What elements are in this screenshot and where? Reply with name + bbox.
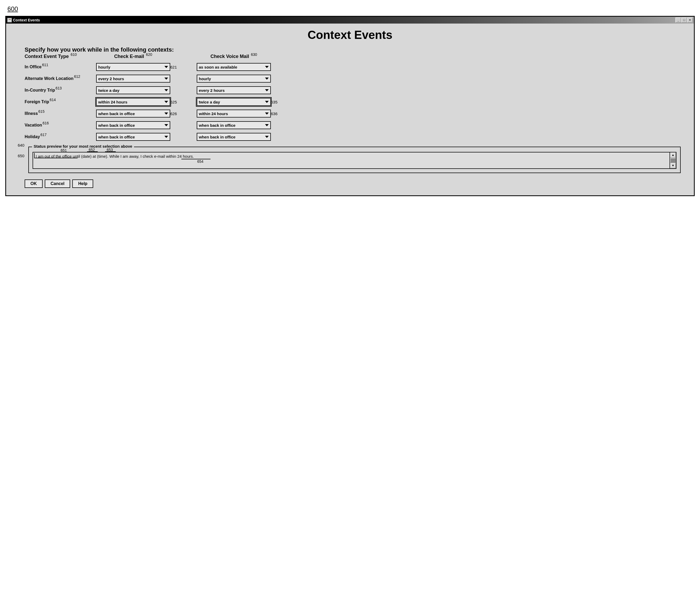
minimize-button[interactable]: _	[675, 17, 681, 23]
scroll-thumb[interactable]	[670, 158, 676, 163]
row-label: Foreign Trip614	[25, 100, 96, 104]
email-dropdown-value: when back in office	[98, 112, 135, 116]
voice-dropdown[interactable]: hourly	[197, 75, 271, 82]
row-label: Illness615	[25, 111, 96, 116]
row-ref: 613	[56, 86, 62, 90]
email-dropdown-value: hourly	[98, 65, 111, 69]
line-654	[181, 159, 210, 159]
voice-dropdown-value: within 24 hours	[199, 112, 228, 116]
preview-scrollbar[interactable]: ▲ ▼	[670, 153, 676, 168]
voice-ref: 636	[271, 112, 287, 116]
row-label: Holiday617	[25, 134, 96, 139]
row-label-text: In-Country Trip	[25, 88, 55, 92]
ok-button[interactable]: OK	[25, 180, 43, 188]
row-ref: 615	[38, 109, 44, 114]
chevron-down-icon	[265, 66, 269, 68]
chevron-down-icon	[165, 78, 168, 80]
app-window: Context Events _ □ × Context Events Spec…	[5, 16, 695, 196]
row-label-text: Vacation	[25, 123, 42, 127]
email-dropdown[interactable]: hourly	[96, 63, 170, 71]
email-ref: 625	[170, 100, 197, 104]
ref-620: 620	[146, 52, 152, 57]
email-dropdown[interactable]: twice a day	[96, 86, 170, 94]
cancel-button[interactable]: Cancel	[45, 180, 70, 188]
voice-dropdown[interactable]: within 24 hours	[197, 109, 271, 118]
email-dropdown-value: twice a day	[98, 88, 119, 93]
email-ref: 626	[170, 112, 197, 116]
ref-651: 651	[61, 148, 67, 153]
window-controls: _ □ ×	[675, 17, 693, 23]
ref-652: 652	[89, 148, 95, 152]
help-button[interactable]: Help	[72, 180, 93, 188]
voice-dropdown-value: twice a day	[199, 100, 220, 104]
row-ref: 614	[50, 98, 56, 102]
window-title: Context Events	[13, 18, 40, 22]
chevron-down-icon	[265, 89, 269, 91]
col-header-context-label: Context Event Type	[25, 54, 69, 59]
context-grid: Context Event Type 610 Check E-mail 620 …	[25, 54, 683, 141]
preview-box: 651 652 653 654 I am out of the office u…	[33, 152, 676, 169]
figure-number: 600	[8, 5, 695, 13]
ref-654: 654	[197, 159, 203, 164]
ref-610: 610	[71, 52, 77, 57]
email-dropdown-value: when back in office	[98, 123, 135, 128]
close-button[interactable]: ×	[687, 17, 693, 23]
chevron-down-icon	[265, 124, 269, 126]
col-header-email-label: Check E-mail	[114, 54, 144, 59]
row-ref: 612	[74, 74, 80, 79]
email-dropdown[interactable]: within 24 hours	[96, 98, 170, 106]
instruction-text: Specify how you work while in the follow…	[25, 46, 683, 53]
email-dropdown[interactable]: when back in office	[96, 121, 170, 129]
row-label-text: Foreign Trip	[25, 100, 49, 104]
row-label: Vacation616	[25, 123, 96, 128]
row-label-text: In Office	[25, 65, 41, 69]
col-header-voice-label: Check Voice Mail	[210, 54, 249, 59]
maximize-button[interactable]: □	[681, 17, 687, 23]
row-label: In-Country Trip613	[25, 88, 96, 93]
row-ref: 616	[43, 121, 49, 125]
email-dropdown[interactable]: every 2 hours	[96, 75, 170, 82]
row-label: In Office611	[25, 65, 96, 69]
chevron-down-icon	[165, 89, 168, 91]
voice-dropdown[interactable]: when back in office	[197, 121, 271, 129]
col-header-context: Context Event Type 610	[25, 54, 96, 59]
dialog-buttons: OK Cancel Help	[25, 180, 683, 188]
row-ref: 611	[42, 63, 48, 67]
ref-653: 653	[107, 148, 113, 152]
scroll-up-button[interactable]: ▲	[670, 153, 676, 158]
voice-dropdown[interactable]: every 2 hours	[197, 86, 271, 94]
scroll-down-button[interactable]: ▼	[670, 163, 676, 168]
bracket-651	[34, 153, 78, 158]
preview-fieldset: Status preview for your most recent sele…	[28, 147, 681, 173]
voice-dropdown-value: as soon as available	[199, 65, 237, 69]
chevron-down-icon	[265, 101, 269, 103]
voice-dropdown[interactable]: twice a day	[197, 98, 271, 106]
chevron-down-icon	[265, 113, 269, 115]
voice-dropdown[interactable]: as soon as available	[197, 63, 271, 71]
email-dropdown-value: within 24 hours	[98, 100, 127, 104]
voice-dropdown[interactable]: when back in office	[197, 133, 271, 141]
chevron-down-icon	[165, 124, 168, 126]
voice-dropdown-value: when back in office	[199, 135, 235, 139]
ref-630: 630	[251, 52, 257, 57]
ref-650: 650	[18, 154, 24, 158]
email-dropdown[interactable]: when back in office	[96, 133, 170, 141]
chevron-down-icon	[265, 136, 269, 138]
row-label-text: Holiday	[25, 134, 40, 139]
ref-640: 640	[18, 143, 24, 147]
voice-dropdown-value: when back in office	[199, 123, 235, 128]
titlebar: Context Events _ □ ×	[6, 17, 694, 24]
email-dropdown[interactable]: when back in office	[96, 109, 170, 118]
row-label-text: Illness	[25, 111, 38, 116]
email-dropdown-value: every 2 hours	[98, 77, 124, 81]
row-label: Alternate Work Location612	[25, 76, 96, 81]
voice-ref: 635	[271, 100, 287, 104]
row-label-text: Alternate Work Location	[25, 76, 74, 81]
chevron-down-icon	[165, 136, 168, 138]
voice-dropdown-value: hourly	[199, 77, 211, 81]
preview-legend: Status preview for your most recent sele…	[32, 144, 134, 148]
email-dropdown-value: when back in office	[98, 135, 135, 139]
row-ref: 617	[40, 133, 47, 137]
preview-text: 651 652 653 654 I am out of the office u…	[33, 153, 670, 168]
col-header-voice: Check Voice Mail 630	[197, 54, 271, 59]
